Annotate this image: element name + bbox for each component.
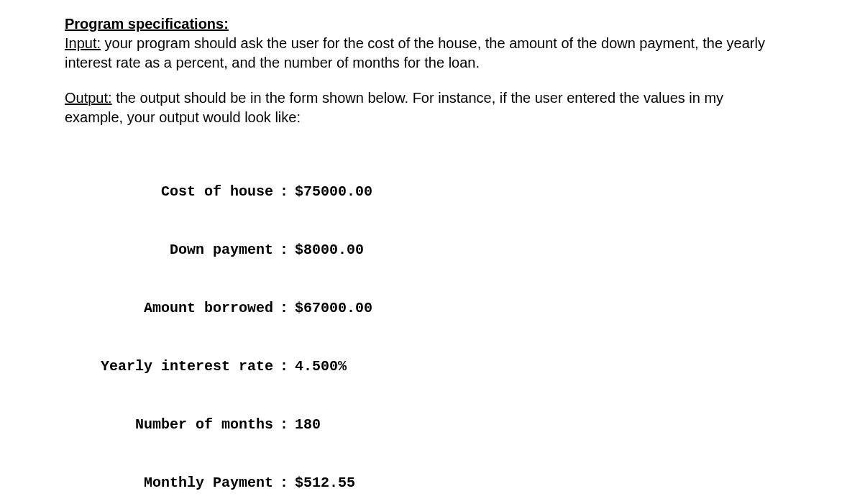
output-label: Down payment: [65, 240, 273, 260]
output-label: Number of months: [65, 415, 273, 434]
output-value: $8000.00: [295, 240, 364, 260]
output-value: $67000.00: [295, 298, 372, 318]
input-heading: Input:: [65, 35, 101, 51]
output-section-intro: Output: the output should be in the form…: [65, 88, 782, 127]
output-colon: :: [273, 182, 295, 201]
output-row: Number of months:180: [65, 415, 782, 434]
output-example: Cost of house:$75000.00 Down payment:$80…: [65, 143, 782, 504]
output-body: the output should be in the form shown b…: [65, 90, 723, 125]
spec-section: Program specifications: Input: your prog…: [65, 14, 782, 73]
output-label: Cost of house: [65, 182, 273, 201]
output-value: 4.500%: [295, 357, 347, 376]
output-value: 180: [295, 415, 321, 434]
output-colon: :: [273, 473, 295, 492]
input-body: your program should ask the user for the…: [65, 35, 765, 70]
output-label: Monthly Payment: [65, 473, 273, 492]
output-row: Cost of house:$75000.00: [65, 182, 782, 201]
output-row: Monthly Payment:$512.55: [65, 473, 782, 492]
output-colon: :: [273, 298, 295, 318]
output-label: Yearly interest rate: [65, 357, 273, 376]
output-heading: Output:: [65, 90, 112, 106]
output-colon: :: [273, 357, 295, 376]
output-row: Yearly interest rate:4.500%: [65, 357, 782, 376]
output-label: Amount borrowed: [65, 298, 273, 318]
output-row: Down payment:$8000.00: [65, 240, 782, 260]
output-value: $75000.00: [295, 182, 372, 201]
output-colon: :: [273, 415, 295, 434]
spec-heading: Program specifications:: [65, 16, 229, 32]
output-colon: :: [273, 240, 295, 260]
output-value: $512.55: [295, 473, 355, 492]
output-row: Amount borrowed:$67000.00: [65, 298, 782, 318]
